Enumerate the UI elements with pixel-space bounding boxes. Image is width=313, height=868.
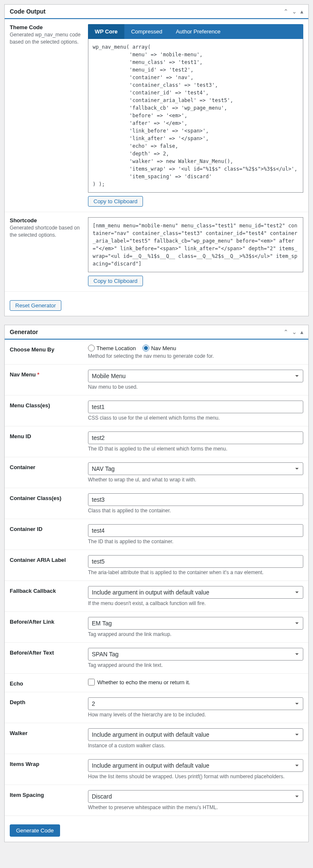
container-label: Container xyxy=(10,462,88,470)
before-after-link-label: Before/After Link xyxy=(10,617,88,625)
container-id-label: Container ID xyxy=(10,524,88,532)
theme-code-output[interactable]: wp_nav_menu( array( 'menu' => 'mobile-me… xyxy=(88,39,303,193)
radio-theme-location[interactable]: Theme Location xyxy=(88,345,136,351)
fallback-select[interactable]: Include argument in output with default … xyxy=(88,586,303,599)
depth-help: How many levels of the hierarchy are to … xyxy=(88,712,303,718)
collapse-icon[interactable]: ▴ xyxy=(300,329,303,335)
code-tabs: WP Core Compressed Author Preference xyxy=(88,24,303,39)
before-after-text-help: Tag wrapped around the link text. xyxy=(88,662,303,668)
move-down-icon[interactable]: ⌄ xyxy=(292,329,297,335)
echo-label: Echo xyxy=(10,679,88,687)
shortcode-label: Shortcode xyxy=(10,217,84,224)
depth-select[interactable]: 2 xyxy=(88,697,303,710)
generate-code-button[interactable]: Generate Code xyxy=(10,824,60,837)
menu-id-help: The ID that is applied to the ul element… xyxy=(88,446,303,452)
copy-shortcode-button[interactable]: Copy to Clipboard xyxy=(88,276,143,286)
code-output-header: Code Output ⌃ ⌄ ▴ xyxy=(5,5,308,19)
radio-nav-menu[interactable]: Nav Menu xyxy=(143,345,176,351)
container-aria-help: The aria-label attribute that is applied… xyxy=(88,569,303,575)
shortcode-output[interactable]: [nmm_menu menu="mobile-menu" menu_class=… xyxy=(88,217,303,272)
depth-label: Depth xyxy=(10,697,88,705)
before-after-text-label: Before/After Text xyxy=(10,648,88,656)
choose-menu-by-label: Choose Menu By xyxy=(10,345,88,353)
before-after-link-select[interactable]: EM Tag xyxy=(88,617,303,630)
container-class-input[interactable] xyxy=(88,493,303,506)
panel-controls: ⌃ ⌄ ▴ xyxy=(283,329,303,335)
item-spacing-label: Item Spacing xyxy=(10,790,88,798)
container-id-help: The ID that is applied to the container. xyxy=(88,539,303,545)
item-spacing-select[interactable]: Discard xyxy=(88,790,303,803)
theme-code-section: Theme Code Generated wp_nav_menu code ba… xyxy=(5,19,308,212)
generator-panel: Generator ⌃ ⌄ ▴ Choose Menu By Theme Loc… xyxy=(4,325,309,842)
nav-menu-help: Nav menu to be used. xyxy=(88,384,303,390)
menu-class-label: Menu Class(es) xyxy=(10,401,88,409)
tab-wp-core[interactable]: WP Core xyxy=(88,24,124,39)
walker-label: Walker xyxy=(10,728,88,736)
shortcode-section: Shortcode Generated shortcode based on t… xyxy=(5,212,308,292)
nav-menu-label: Nav Menu * xyxy=(10,370,88,378)
items-wrap-select[interactable]: Include argument in output with default … xyxy=(88,759,303,772)
copy-theme-code-button[interactable]: Copy to Clipboard xyxy=(88,196,143,207)
menu-id-input[interactable] xyxy=(88,431,303,444)
echo-checkbox[interactable] xyxy=(88,679,95,686)
panel-controls: ⌃ ⌄ ▴ xyxy=(283,8,303,15)
nav-menu-select[interactable]: Mobile Menu xyxy=(88,370,303,382)
container-aria-label: Container ARIA Label xyxy=(10,555,88,563)
move-up-icon[interactable]: ⌃ xyxy=(283,329,288,335)
move-up-icon[interactable]: ⌃ xyxy=(283,8,288,15)
menu-class-input[interactable] xyxy=(88,401,303,413)
container-id-input[interactable] xyxy=(88,524,303,537)
menu-class-help: CSS class to use for the ul element whic… xyxy=(88,415,303,421)
items-wrap-help: How the list items should be wrapped. Us… xyxy=(88,774,303,780)
fallback-label: Fallback Callback xyxy=(10,586,88,594)
choose-menu-by-help: Method for selecting the nav menu to gen… xyxy=(88,353,303,359)
generator-title: Generator xyxy=(10,329,38,335)
item-spacing-help: Whether to preserve whitespace within th… xyxy=(88,804,303,810)
before-after-text-select[interactable]: SPAN Tag xyxy=(88,648,303,661)
container-class-label: Container Class(es) xyxy=(10,493,88,501)
code-output-panel: Code Output ⌃ ⌄ ▴ Theme Code Generated w… xyxy=(4,4,309,316)
container-help: Whether to wrap the ul, and what to wrap… xyxy=(88,477,303,483)
theme-code-desc: Generated wp_nav_menu code based on the … xyxy=(10,31,84,46)
code-output-title: Code Output xyxy=(10,8,46,15)
container-class-help: Class that is applied to the container. xyxy=(88,508,303,514)
container-select[interactable]: NAV Tag xyxy=(88,462,303,475)
walker-help: Instance of a custom walker class. xyxy=(88,743,303,749)
theme-code-label: Theme Code xyxy=(10,24,84,30)
generator-header: Generator ⌃ ⌄ ▴ xyxy=(5,325,308,340)
container-aria-input[interactable] xyxy=(88,555,303,568)
collapse-icon[interactable]: ▴ xyxy=(300,8,303,15)
shortcode-desc: Generated shortcode based on the selecte… xyxy=(10,224,84,239)
menu-id-label: Menu ID xyxy=(10,431,88,440)
items-wrap-label: Items Wrap xyxy=(10,759,88,767)
before-after-link-help: Tag wrapped around the link markup. xyxy=(88,631,303,637)
tab-compressed[interactable]: Compressed xyxy=(124,24,169,39)
echo-check-label: Whether to echo the menu or return it. xyxy=(97,679,190,686)
reset-generator-button[interactable]: Reset Generator xyxy=(10,300,61,311)
move-down-icon[interactable]: ⌄ xyxy=(292,8,297,15)
walker-select[interactable]: Include argument in output with default … xyxy=(88,728,303,741)
tab-author-preference[interactable]: Author Preference xyxy=(169,24,228,39)
fallback-help: If the menu doesn't exist, a callback fu… xyxy=(88,600,303,606)
